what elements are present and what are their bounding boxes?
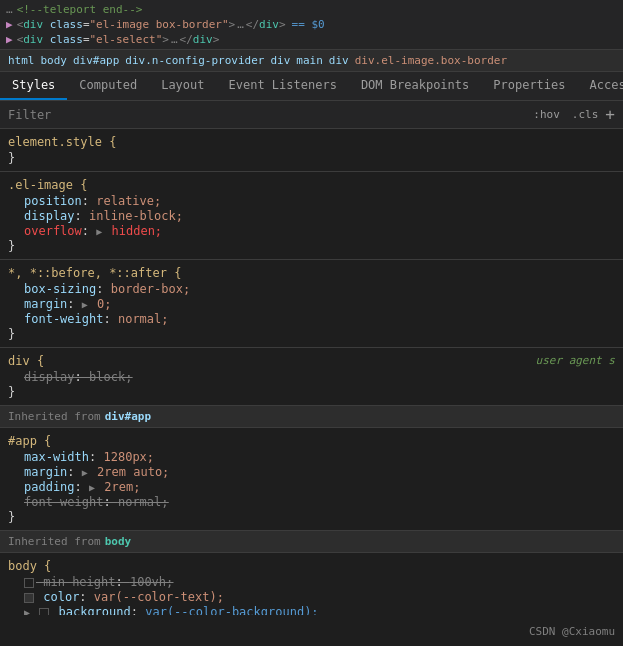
inherited-text-divapp: Inherited from <box>8 410 101 423</box>
close-brace-app: } <box>8 510 615 524</box>
cls-button[interactable]: .cls <box>569 107 602 122</box>
arrow-icon-1[interactable]: ▶ <box>6 18 13 31</box>
prop-name-display-div: display <box>24 370 75 384</box>
prop-val-display-el: inline-block; <box>89 209 183 223</box>
style-block-body: body { min-height: 100vh; color: var(--c… <box>0 553 623 615</box>
prop-name-margin-universal: margin <box>24 297 67 311</box>
hov-button[interactable]: :hov <box>530 107 563 122</box>
section-header-divapp: Inherited from div#app <box>0 406 623 428</box>
close-brace-element: } <box>8 151 615 165</box>
bc-divapp[interactable]: div#app <box>73 54 119 67</box>
bc-active[interactable]: div.el-image.box-border <box>355 54 507 67</box>
inherited-tag-body[interactable]: body <box>105 535 132 548</box>
bc-body[interactable]: body <box>41 54 68 67</box>
breadcrumb: html body div#app div.n-config-provider … <box>0 50 623 72</box>
prop-val-position: relative; <box>96 194 161 208</box>
comment-text: <!--teleport end--> <box>17 3 143 16</box>
add-style-button[interactable]: + <box>605 105 615 124</box>
bc-html[interactable]: html <box>8 54 35 67</box>
close-brace-universal: } <box>8 327 615 341</box>
style-block-app: #app { max-width: 1280px; margin: ▶ 2rem… <box>0 428 623 531</box>
prop-name-maxwidth: max-width <box>24 450 89 464</box>
prop-padding-app: padding: ▶ 2rem; <box>8 480 615 494</box>
bc-div2[interactable]: div <box>329 54 349 67</box>
prop-val-minheight: 100vh; <box>130 575 173 589</box>
prop-name-overflow: overflow <box>24 224 82 238</box>
filter-bar: :hov .cls + <box>0 101 623 129</box>
user-agent-label: user agent s <box>536 354 615 367</box>
filter-input[interactable] <box>8 108 530 122</box>
bc-div[interactable]: div <box>270 54 290 67</box>
arrow-icon-2[interactable]: ▶ <box>6 33 13 46</box>
prop-val-fontweight-universal: normal; <box>118 312 169 326</box>
prop-color-body: color: var(--color-text); <box>8 590 615 604</box>
inherited-tag-divapp[interactable]: div#app <box>105 410 151 423</box>
selector-universal: *, *::before, *::after { <box>8 266 615 280</box>
prop-name-margin-app: margin <box>24 465 67 479</box>
prop-minheight: min-height: 100vh; <box>8 575 615 589</box>
bc-nconfig[interactable]: div.n-config-provider <box>125 54 264 67</box>
element-close-2: </div> <box>180 33 220 46</box>
minheight-checkbox[interactable] <box>24 578 34 588</box>
element-bar-row2: ▶ <div class="el-select"> … </div> <box>6 32 617 47</box>
tab-accessibility[interactable]: Accessibility <box>578 72 623 100</box>
prop-name-background-body: background <box>59 605 131 615</box>
selector-el-image: .el-image { <box>8 178 615 192</box>
tab-properties[interactable]: Properties <box>481 72 577 100</box>
selector-body: body { <box>8 559 615 573</box>
tab-dom-breakpoints[interactable]: DOM Breakpoints <box>349 72 481 100</box>
prop-val-margin-app: 2rem auto; <box>97 465 169 479</box>
element-bar: … <!--teleport end--> ▶ <div class="el-i… <box>0 0 623 50</box>
tab-styles[interactable]: Styles <box>0 72 67 100</box>
dots-2: … <box>171 33 178 46</box>
style-block-el-image: .el-image { position: relative; display:… <box>0 172 623 260</box>
margin-arrow[interactable]: ▶ <box>82 299 88 310</box>
prop-name-fontweight-universal: font-weight <box>24 312 103 326</box>
tab-layout[interactable]: Layout <box>149 72 216 100</box>
background-swatch-body[interactable] <box>39 608 49 616</box>
dollar-eq: == $0 <box>292 18 325 31</box>
prop-display-el: display: inline-block; <box>8 209 615 223</box>
color-swatch-body[interactable] <box>24 593 34 603</box>
prop-val-background-body: var(--color-background); <box>145 605 318 615</box>
prop-name-boxsizing: box-sizing <box>24 282 96 296</box>
overflow-arrow[interactable]: ▶ <box>96 226 102 237</box>
padding-app-arrow[interactable]: ▶ <box>89 482 95 493</box>
background-arrow[interactable]: ▶ <box>24 607 30 615</box>
prop-val-display-div: block; <box>89 370 132 384</box>
style-block-div: div { user agent s display: block; } <box>0 348 623 406</box>
dots-1: … <box>237 18 244 31</box>
comment-dots: … <box>6 3 13 16</box>
styles-content: element.style { } .el-image { position: … <box>0 129 623 615</box>
bc-main[interactable]: main <box>296 54 323 67</box>
section-header-body: Inherited from body <box>0 531 623 553</box>
prop-val-overflow: hidden; <box>112 224 163 238</box>
element-tag-2: <div class="el-select"> <box>17 33 169 46</box>
tab-computed[interactable]: Computed <box>67 72 149 100</box>
prop-name-fontweight-app: font-weight <box>24 495 103 509</box>
style-block-element: element.style { } <box>0 129 623 172</box>
prop-val-boxsizing: border-box; <box>111 282 190 296</box>
inherited-from-body: Inherited from body <box>8 535 615 548</box>
style-block-universal: *, *::before, *::after { box-sizing: bor… <box>0 260 623 348</box>
prop-fontweight-universal: font-weight: normal; <box>8 312 615 326</box>
prop-maxwidth: max-width: 1280px; <box>8 450 615 464</box>
margin-app-arrow[interactable]: ▶ <box>82 467 88 478</box>
prop-display-div: display: block; <box>8 370 615 384</box>
prop-val-margin-universal: 0; <box>97 297 111 311</box>
close-brace-el-image: } <box>8 239 615 253</box>
prop-name-position: position <box>24 194 82 208</box>
selector-div: div { user agent s <box>8 354 615 368</box>
prop-val-maxwidth: 1280px; <box>103 450 154 464</box>
tabs-bar: Styles Computed Layout Event Listeners D… <box>0 72 623 101</box>
element-tag-1: <div class="el-image box-border"> <box>17 18 236 31</box>
filter-buttons: :hov .cls <box>530 107 601 122</box>
selector-app: #app { <box>8 434 615 448</box>
prop-position: position: relative; <box>8 194 615 208</box>
prop-fontweight-app: font-weight: normal; <box>8 495 615 509</box>
prop-val-fontweight-app: normal; <box>118 495 169 509</box>
prop-name-color-body: color <box>43 590 79 604</box>
selector-element: element.style { <box>8 135 615 149</box>
tab-event-listeners[interactable]: Event Listeners <box>217 72 349 100</box>
inherited-from-divapp: Inherited from div#app <box>8 410 615 423</box>
